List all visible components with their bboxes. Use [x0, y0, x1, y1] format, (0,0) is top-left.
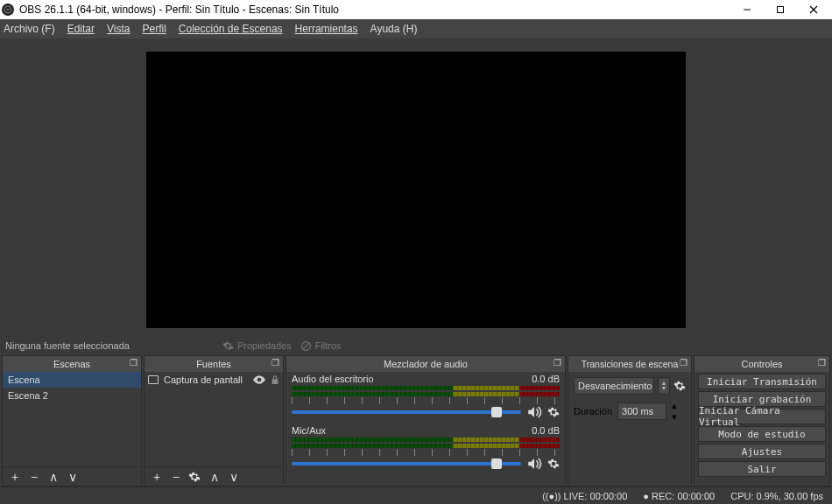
vu-meter [292, 386, 560, 390]
sources-dock: Fuentes ❐ Captura de pantall + − [144, 355, 284, 486]
exit-button[interactable]: Salir [698, 461, 826, 477]
speaker-icon[interactable] [526, 406, 542, 418]
display-capture-icon [148, 375, 159, 384]
channel-name: Audio del escritorio [292, 374, 374, 384]
menu-archivo[interactable]: Archivo (F) [4, 23, 55, 35]
scenes-list[interactable]: Escena Escena 2 [3, 372, 141, 466]
duration-label: Duración [574, 406, 612, 416]
filters-button[interactable]: Filtros [300, 340, 342, 352]
source-info-bar: Ninguna fuente seleccionada Propiedades … [0, 336, 832, 355]
menu-editar[interactable]: Editar [67, 23, 95, 35]
volume-slider[interactable] [292, 410, 521, 414]
svg-rect-8 [272, 379, 279, 384]
menubar: Archivo (F) Editar Vista Perfil Colecció… [0, 19, 832, 38]
sources-header[interactable]: Fuentes ❐ [145, 356, 283, 372]
filter-icon [300, 340, 312, 352]
svg-point-1 [7, 9, 10, 11]
scenes-toolbar: + − ∧ ∨ [3, 466, 141, 486]
source-item[interactable]: Captura de pantall [145, 372, 283, 388]
remove-scene-button[interactable]: − [27, 470, 41, 484]
no-source-label: Ninguna fuente seleccionada [5, 340, 130, 351]
meter-ticks [292, 397, 560, 404]
duration-input[interactable]: 300 ms [617, 402, 666, 420]
speaker-icon[interactable] [526, 458, 542, 470]
popout-icon[interactable]: ❐ [130, 358, 137, 368]
controls-dock: Controles ❐ Iniciar Transmisión Iniciar … [694, 355, 830, 486]
channel-db: 0.0 dB [532, 425, 560, 436]
start-stream-button[interactable]: Iniciar Transmisión [698, 374, 826, 389]
duration-spin[interactable]: ▴▾ [672, 400, 677, 423]
live-status: ((●)) LIVE: 00:00:00 [542, 491, 627, 501]
broadcast-icon: ((●)) [542, 491, 561, 501]
visibility-toggle[interactable] [253, 375, 265, 384]
mixer-dock: Mezclador de audio ❐ Audio del escritori… [286, 355, 566, 486]
maximize-button[interactable] [764, 0, 797, 19]
popout-icon[interactable]: ❐ [271, 358, 279, 368]
controls-header[interactable]: Controles ❐ [695, 356, 829, 372]
menu-herramientas[interactable]: Herramientas [295, 23, 358, 35]
mixer-header[interactable]: Mezclador de audio ❐ [286, 356, 565, 372]
vu-meter [292, 444, 560, 448]
source-settings-button[interactable] [188, 471, 202, 483]
volume-slider[interactable] [292, 462, 521, 466]
popout-icon[interactable]: ❐ [818, 358, 826, 368]
channel-settings-button[interactable] [547, 458, 560, 470]
sources-toolbar: + − ∧ ∨ [145, 466, 283, 486]
add-scene-button[interactable]: + [8, 470, 22, 484]
statusbar: ((●)) LIVE: 00:00:00 ● REC: 00:00:00 CPU… [0, 486, 832, 504]
menu-perfil[interactable]: Perfil [143, 23, 166, 35]
channel-settings-button[interactable] [547, 406, 560, 418]
menu-ayuda[interactable]: Ayuda (H) [370, 23, 418, 35]
menu-vista[interactable]: Vista [107, 23, 130, 35]
lock-toggle[interactable] [271, 374, 279, 385]
source-down-button[interactable]: ∨ [227, 470, 241, 484]
rec-status: ● REC: 00:00:00 [643, 491, 715, 501]
popout-icon[interactable]: ❐ [553, 358, 561, 368]
transition-spin[interactable]: ▴▾ [658, 377, 670, 395]
settings-button[interactable]: Ajustes [698, 444, 826, 459]
scene-item[interactable]: Escena [3, 372, 141, 388]
preview-area [0, 38, 832, 336]
svg-line-7 [302, 342, 309, 349]
close-button[interactable] [797, 0, 830, 19]
titlebar[interactable]: OBS 26.1.1 (64-bit, windows) - Perfil: S… [0, 0, 832, 19]
scenes-dock: Escenas ❐ Escena Escena 2 + − ∧ ∨ [2, 355, 142, 486]
menu-coleccion[interactable]: Colección de Escenas [179, 23, 283, 35]
obs-logo-icon [2, 4, 14, 16]
remove-source-button[interactable]: − [169, 470, 183, 484]
transition-settings-button[interactable] [673, 380, 686, 392]
popout-icon[interactable]: ❐ [680, 358, 687, 368]
preview-canvas[interactable] [146, 52, 686, 328]
record-icon: ● [643, 491, 649, 501]
scene-down-button[interactable]: ∨ [66, 470, 80, 484]
properties-button[interactable]: Propiedades [222, 340, 292, 352]
meter-ticks [292, 449, 560, 456]
channel-db: 0.0 dB [532, 374, 560, 384]
scene-item[interactable]: Escena 2 [3, 388, 141, 403]
mixer-body: Audio del escritorio 0.0 dB [286, 372, 565, 486]
scenes-header[interactable]: Escenas ❐ [3, 356, 141, 372]
start-vcam-button[interactable]: Iniciar Cámara Virtual [698, 409, 826, 424]
window-title: OBS 26.1.1 (64-bit, windows) - Perfil: S… [19, 4, 339, 16]
transitions-dock: Transiciones de escena ❐ Desvanecimiento… [568, 355, 692, 486]
mixer-channel: Mic/Aux 0.0 dB [286, 424, 565, 475]
svg-rect-3 [778, 7, 784, 13]
transition-select[interactable]: Desvanecimiento [574, 377, 654, 395]
studio-mode-button[interactable]: Modo de estudio [698, 426, 826, 442]
vu-meter [292, 438, 560, 442]
add-source-button[interactable]: + [150, 470, 164, 484]
channel-name: Mic/Aux [292, 425, 326, 436]
sources-list[interactable]: Captura de pantall [145, 372, 283, 466]
cpu-status: CPU: 0.9%, 30.00 fps [730, 491, 823, 501]
vu-meter [292, 392, 560, 396]
mixer-channel: Audio del escritorio 0.0 dB [286, 372, 565, 424]
gear-icon [222, 340, 234, 352]
scene-up-button[interactable]: ∧ [46, 470, 60, 484]
minimize-button[interactable] [730, 0, 764, 19]
source-up-button[interactable]: ∧ [208, 470, 222, 484]
transitions-header[interactable]: Transiciones de escena ❐ [568, 356, 691, 372]
